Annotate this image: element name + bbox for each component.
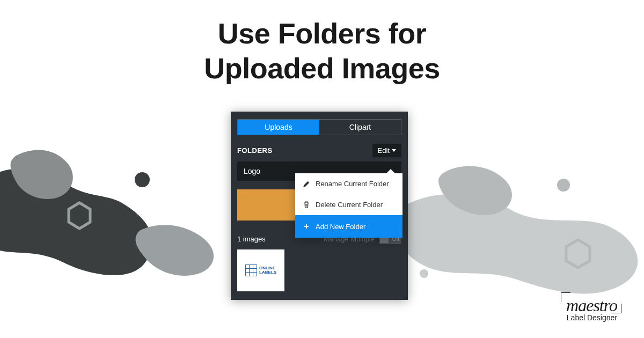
svg-point-3 <box>420 269 428 278</box>
rename-folder-item[interactable]: Rename Current Folder <box>295 173 402 194</box>
panel-tabs: Uploads Clipart <box>237 119 401 135</box>
uploads-panel: Uploads Clipart FOLDERS Edit Logo + 1 im… <box>231 112 408 300</box>
tab-uploads[interactable]: Uploads <box>238 120 319 135</box>
rename-label: Rename Current Folder <box>316 180 389 188</box>
maestro-logo: maestro Label Designer <box>566 296 617 322</box>
edit-folders-button[interactable]: Edit <box>372 144 401 157</box>
page-headline: Use Folders for Uploaded Images <box>0 16 644 86</box>
add-new-folder-item[interactable]: + Add New Folder <box>295 215 402 238</box>
trash-icon <box>303 201 310 208</box>
image-thumbnail[interactable]: ONLINE LABELS <box>237 249 284 291</box>
plus-icon: + <box>303 222 310 231</box>
delete-label: Delete Current Folder <box>316 201 383 209</box>
tab-clipart[interactable]: Clipart <box>319 120 401 135</box>
pencil-icon <box>303 181 310 187</box>
delete-folder-item[interactable]: Delete Current Folder <box>295 194 402 215</box>
thumb-text-bottom: LABELS <box>259 270 276 275</box>
grid-icon <box>245 264 257 276</box>
logo-main-text: maestro <box>566 296 617 315</box>
caret-down-icon <box>392 149 396 152</box>
edit-dropdown-menu: Rename Current Folder Delete Current Fol… <box>295 173 402 238</box>
folders-heading: FOLDERS <box>237 146 273 155</box>
image-count-label: 1 images <box>237 235 266 243</box>
edit-label: Edit <box>378 146 390 155</box>
thumbnail-logo: ONLINE LABELS <box>245 264 276 276</box>
headline-line-2: Uploaded Images <box>204 52 440 84</box>
svg-point-2 <box>557 179 570 192</box>
logo-sub-text: Label Designer <box>566 313 617 322</box>
add-label: Add New Folder <box>316 223 365 231</box>
headline-line-1: Use Folders for <box>218 17 427 49</box>
svg-point-0 <box>135 172 150 187</box>
